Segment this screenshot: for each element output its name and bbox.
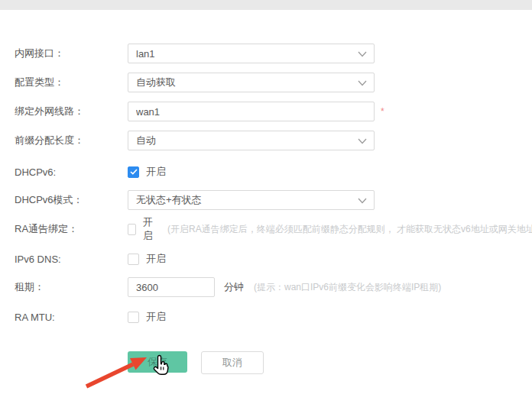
chevron-down-icon (358, 198, 367, 204)
lease-inputbox (128, 277, 215, 297)
chevron-down-icon (358, 51, 367, 57)
lease-input[interactable] (136, 282, 206, 293)
ra-announce-bind-toggle-label: 开启 (143, 215, 156, 243)
cancel-button[interactable]: 取消 (201, 351, 264, 374)
field-row-ra-mtu: RA MTU: 开启 (0, 307, 532, 327)
prefix-length-label: 前缀分配长度： (15, 131, 84, 150)
ipv6-settings-form: 内网接口： lan1 配置类型： 自动获取 绑定外网线路： * 前缀分配长 (0, 0, 532, 420)
config-type-select[interactable]: 自动获取 (128, 73, 375, 92)
dhcpv6-toggle-label: 开启 (146, 165, 166, 179)
field-row-ra-announce-bind: RA通告绑定： 开启 (开启RA通告绑定后，终端必须匹配前缀静态分配规则， 才能… (0, 219, 532, 239)
field-row-ipv6-dns: IPv6 DNS: 开启 (0, 249, 532, 269)
ra-mtu-toggle-label: 开启 (146, 310, 166, 324)
prefix-length-select[interactable]: 自动 (128, 131, 375, 150)
check-icon (130, 169, 138, 175)
ipv6-dns-toggle-label: 开启 (146, 252, 166, 266)
wan-line-label: 绑定外网线路： (15, 102, 84, 121)
field-row-lease: 租期： 分钟 (提示：wan口IPv6前缀变化会影响终端IP租期) (0, 277, 532, 297)
ra-mtu-checkbox[interactable] (128, 312, 139, 323)
field-row-dhcpv6-mode: DHCPv6模式： 无状态+有状态 (0, 190, 532, 210)
dhcpv6-label: DHCPv6: (15, 162, 56, 182)
dhcpv6-mode-select[interactable]: 无状态+有状态 (128, 190, 375, 210)
top-divider-bar (0, 0, 532, 10)
config-type-label: 配置类型： (15, 73, 64, 92)
ipv6-dns-label: IPv6 DNS: (15, 249, 61, 269)
ra-announce-bind-label: RA通告绑定： (15, 219, 78, 239)
dhcpv6-checkbox[interactable] (128, 166, 139, 178)
dhcpv6-mode-value: 无状态+有状态 (136, 193, 202, 207)
field-row-wan-line: 绑定外网线路： * (0, 102, 532, 121)
field-row-prefix-length: 前缀分配长度： 自动 (0, 131, 532, 150)
ra-announce-bind-checkbox[interactable] (128, 224, 136, 235)
ra-announce-bind-hint: (开启RA通告绑定后，终端必须匹配前缀静态分配规则， 才能获取无状态v6地址或网… (167, 223, 532, 236)
lan-interface-select[interactable]: lan1 (128, 44, 375, 63)
chevron-down-icon (358, 80, 367, 86)
chevron-down-icon (358, 138, 367, 144)
required-asterisk: * (381, 106, 384, 117)
config-type-value: 自动获取 (136, 76, 176, 89)
field-row-dhcpv6: DHCPv6: 开启 (0, 162, 532, 182)
field-row-lan-interface: 内网接口： lan1 (0, 44, 532, 63)
lan-interface-value: lan1 (136, 48, 155, 60)
save-button[interactable]: 保存 (128, 351, 187, 373)
wan-line-inputbox (128, 102, 375, 121)
ipv6-dns-checkbox[interactable] (128, 254, 139, 265)
lease-hint: (提示：wan口IPv6前缀变化会影响终端IP租期) (254, 281, 441, 294)
field-row-config-type: 配置类型： 自动获取 (0, 73, 532, 92)
lease-unit: 分钟 (224, 280, 244, 294)
dhcpv6-mode-label: DHCPv6模式： (15, 190, 83, 210)
ra-mtu-label: RA MTU: (15, 307, 55, 327)
prefix-length-value: 自动 (136, 134, 156, 147)
lease-label: 租期： (15, 277, 44, 297)
lan-interface-label: 内网接口： (15, 44, 64, 63)
wan-line-input[interactable] (136, 106, 366, 118)
